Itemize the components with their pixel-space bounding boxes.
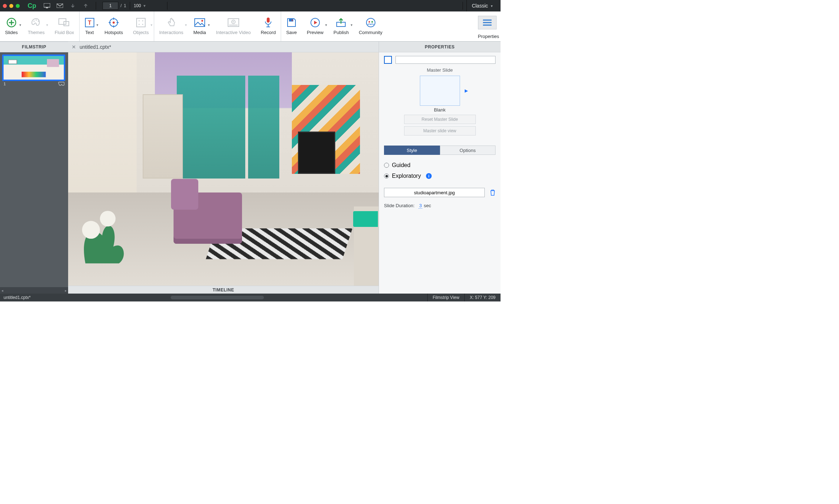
object-type-icon[interactable] xyxy=(384,56,392,64)
page-separator: / xyxy=(120,3,122,8)
svg-point-4 xyxy=(33,20,34,22)
trash-icon[interactable] xyxy=(490,189,496,196)
close-tab-icon[interactable]: ✕ xyxy=(72,44,76,50)
community-button[interactable]: Community xyxy=(354,11,388,41)
info-icon[interactable]: i xyxy=(426,173,432,179)
chevron-down-icon: ▾ xyxy=(96,23,98,27)
text-icon: T xyxy=(85,18,95,28)
svg-rect-34 xyxy=(8,60,17,64)
slide-name-input[interactable] xyxy=(395,56,496,64)
tab-style[interactable]: Style xyxy=(384,146,440,155)
filmstrip-scrollbar[interactable]: ◂ ▸ xyxy=(0,287,68,294)
toolbar: ▾ Slides ▾ Themes Fluid Box T ▾ Text Hot… xyxy=(0,11,501,42)
svg-point-17 xyxy=(142,24,143,25)
window-controls xyxy=(3,4,20,8)
svg-point-6 xyxy=(38,20,39,22)
mail-icon[interactable] xyxy=(56,4,63,8)
status-coords: X: 577 Y: 209 xyxy=(464,294,501,301)
slide-thumbnail[interactable] xyxy=(2,54,65,81)
save-button[interactable]: Save xyxy=(281,11,302,41)
svg-rect-23 xyxy=(267,18,270,23)
record-button[interactable]: Record xyxy=(256,11,281,41)
timeline-bar[interactable]: TIMELINE xyxy=(68,286,379,294)
svg-point-29 xyxy=(368,21,370,23)
background-file-input[interactable] xyxy=(384,188,485,197)
filmstrip-title: FILMSTRIP xyxy=(0,42,68,52)
svg-rect-24 xyxy=(289,19,293,22)
exploratory-radio-row[interactable]: Exploratory i xyxy=(384,173,496,179)
status-handle[interactable] xyxy=(171,296,264,299)
interactive-video-button: Interactive Video xyxy=(211,11,256,41)
close-window-icon[interactable] xyxy=(3,4,7,8)
duration-label: Slide Duration: xyxy=(384,203,414,208)
svg-point-16 xyxy=(138,24,139,25)
toolbar-label: Interactive Video xyxy=(216,30,251,35)
vr-goggles-icon xyxy=(58,82,65,86)
properties-title: PROPERTIES xyxy=(379,42,501,52)
guided-label: Guided xyxy=(392,162,411,168)
exploratory-label: Exploratory xyxy=(392,173,421,179)
slides-button[interactable]: ▾ Slides xyxy=(0,11,23,41)
scroll-right-icon[interactable]: ▸ xyxy=(65,289,67,293)
reset-master-slide-button[interactable]: Reset Master Slide xyxy=(404,115,476,124)
text-button[interactable]: T ▾ Text xyxy=(80,11,100,41)
svg-rect-1 xyxy=(46,8,48,8)
preview-button[interactable]: ▾ Preview xyxy=(302,11,328,41)
zoom-number: 100 xyxy=(134,3,141,8)
page-current-input[interactable] xyxy=(103,2,118,10)
microphone-icon xyxy=(264,18,272,28)
menubar: Cp / 1 100 ▾ Classic ▾ xyxy=(0,0,501,11)
palette-icon xyxy=(31,18,42,28)
duration-value[interactable]: 3 xyxy=(418,203,422,209)
svg-rect-18 xyxy=(195,19,205,27)
maximize-window-icon[interactable] xyxy=(16,4,20,8)
master-slide-thumbnail[interactable] xyxy=(420,76,460,106)
scroll-left-icon[interactable]: ◂ xyxy=(1,289,3,293)
chevron-down-icon[interactable]: ▶ xyxy=(465,88,468,93)
objects-button: ▾ Objects xyxy=(128,11,154,41)
guided-radio-row[interactable]: Guided xyxy=(384,162,496,168)
menubar-divider xyxy=(167,2,167,10)
hotspots-button[interactable]: Hotspots xyxy=(100,11,128,41)
workspace-label: Classic xyxy=(472,3,488,9)
slide-number: 1 xyxy=(4,82,6,86)
toolbar-label: Fluid Box xyxy=(54,30,74,35)
svg-rect-35 xyxy=(47,59,59,67)
toolbar-label: Text xyxy=(85,30,94,35)
slide-image xyxy=(68,52,379,286)
grid-icon xyxy=(136,18,146,28)
toolbar-label: Interactions xyxy=(159,30,183,35)
page-indicator: / 1 xyxy=(103,2,126,10)
toolbar-label: Media xyxy=(193,30,206,35)
page-total: 1 xyxy=(124,3,126,8)
document-tab[interactable]: untitled1.cptx* xyxy=(80,44,111,50)
toolbar-label: Community xyxy=(359,30,383,35)
toolbar-label: Publish xyxy=(333,30,349,35)
svg-rect-22 xyxy=(229,25,238,25)
chevron-down-icon: ▾ xyxy=(151,23,152,27)
tab-options[interactable]: Options xyxy=(440,146,496,155)
toolbar-label: Save xyxy=(286,30,297,35)
plus-circle-icon xyxy=(6,18,17,28)
minimize-window-icon[interactable] xyxy=(9,4,13,8)
publish-button[interactable]: ▾ Publish xyxy=(328,11,354,41)
slide-canvas[interactable] xyxy=(68,52,379,286)
display-icon[interactable] xyxy=(43,3,51,8)
media-button[interactable]: ▾ Media xyxy=(188,11,211,41)
zoom-value[interactable]: 100 ▾ xyxy=(134,3,146,8)
slide-duration-row: Slide Duration: 3 sec xyxy=(384,203,496,208)
hand-click-icon xyxy=(167,18,176,28)
svg-point-15 xyxy=(142,20,143,22)
toolbar-label: Properties xyxy=(478,34,499,39)
properties-toggle[interactable]: Properties xyxy=(473,11,501,41)
chevron-down-icon: ▾ xyxy=(46,23,48,27)
slide-number-row: 1 xyxy=(4,82,68,86)
fluid-box-icon xyxy=(58,18,70,28)
workspace-selector[interactable]: Classic ▾ xyxy=(466,0,498,11)
menubar-divider xyxy=(463,2,463,10)
interactions-button: ▾ Interactions xyxy=(154,11,188,41)
master-slide-view-button[interactable]: Master slide view xyxy=(404,126,476,135)
svg-rect-13 xyxy=(137,18,145,27)
status-bar: untitled1.cptx* Filmstrip View X: 577 Y:… xyxy=(0,294,501,301)
arrow-down-icon xyxy=(69,3,76,8)
